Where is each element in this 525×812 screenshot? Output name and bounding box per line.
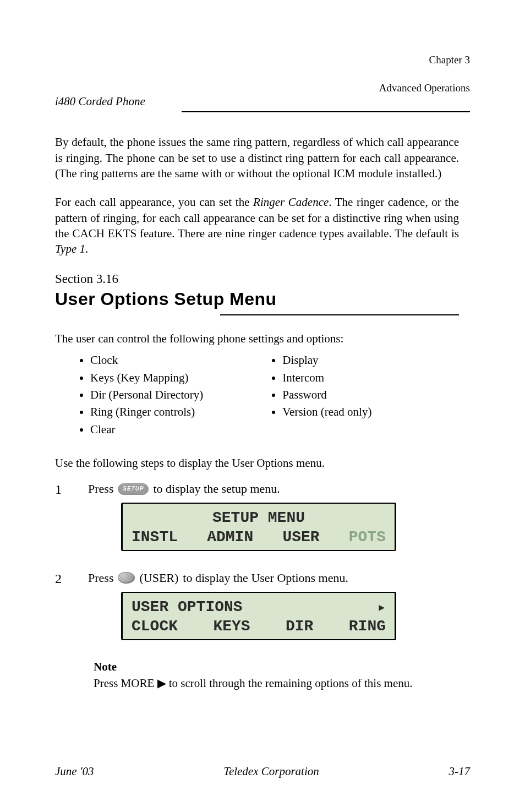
section-label: Section 3.16 bbox=[55, 270, 459, 287]
list-item: Display bbox=[282, 352, 371, 368]
step-1: 1 Press SETUP to display the setup menu.… bbox=[55, 481, 459, 564]
footer-company: Teledex Corporation bbox=[223, 764, 319, 779]
divider bbox=[182, 111, 470, 112]
note-block: Note Press MORE ▶ to scroll through the … bbox=[94, 659, 459, 691]
list-item: Clear bbox=[90, 422, 203, 437]
intro-paragraph-1: By default, the phone issues the same ri… bbox=[55, 134, 459, 181]
list-item: Clock bbox=[90, 352, 203, 368]
setup-button-icon: SETUP bbox=[118, 483, 149, 495]
doc-title: i480 Corded Phone bbox=[55, 94, 145, 109]
step-text-after: to display the User Options menu. bbox=[183, 570, 348, 586]
list-item: Intercom bbox=[282, 370, 371, 385]
lcd-line-2: INSTL ADMIN USER POTS bbox=[132, 527, 386, 547]
step-2: 2 Press (USER) to display the User Optio… bbox=[55, 570, 459, 653]
note-body: Press MORE ▶ to scroll through the remai… bbox=[94, 675, 459, 691]
more-arrow-icon: ▶ bbox=[379, 602, 385, 614]
step-text-before: Press bbox=[88, 570, 113, 586]
step-text-before: Press bbox=[88, 481, 113, 497]
section-divider bbox=[220, 314, 459, 315]
footer-date: June '03 bbox=[55, 764, 94, 779]
steps-lead: Use the following steps to display the U… bbox=[55, 455, 459, 471]
lcd-line-2: CLOCK KEYS DIR RING bbox=[132, 617, 386, 636]
lcd-line-1: SETUP MENU bbox=[132, 508, 386, 527]
lcd-user-options: USER OPTIONS ▶ CLOCK KEYS DIR RING bbox=[121, 592, 396, 640]
lcd-line-1: USER OPTIONS bbox=[132, 597, 386, 617]
options-list-right: Display Intercom Password Version (read … bbox=[247, 351, 371, 439]
list-item: Ring (Ringer controls) bbox=[90, 404, 203, 419]
step-number: 2 bbox=[55, 570, 66, 587]
list-item: Password bbox=[282, 387, 371, 402]
list-item: Version (read only) bbox=[282, 404, 371, 419]
intro-paragraph-2: For each call appearance, you can set th… bbox=[55, 194, 459, 257]
softkey-button-icon bbox=[118, 572, 135, 584]
more-arrow-icon: ▶ bbox=[157, 677, 166, 690]
step-number: 1 bbox=[55, 481, 66, 498]
list-item: Keys (Key Mapping) bbox=[90, 370, 203, 385]
lcd-setup-menu: SETUP MENU INSTL ADMIN USER POTS bbox=[121, 503, 396, 551]
note-title: Note bbox=[94, 659, 459, 674]
list-item: Dir (Personal Directory) bbox=[90, 387, 203, 402]
section-title: User Options Setup Menu bbox=[55, 287, 459, 311]
footer-page: 3-17 bbox=[449, 764, 471, 779]
user-options-lead: The user can control the following phone… bbox=[55, 331, 459, 346]
options-list-left: Clock Keys (Key Mapping) Dir (Personal D… bbox=[55, 351, 203, 439]
softkey-label: (USER) bbox=[139, 570, 178, 586]
step-text-after: to display the setup menu. bbox=[153, 481, 280, 497]
chapter-label: Chapter 3 Advanced Operations bbox=[359, 39, 470, 109]
